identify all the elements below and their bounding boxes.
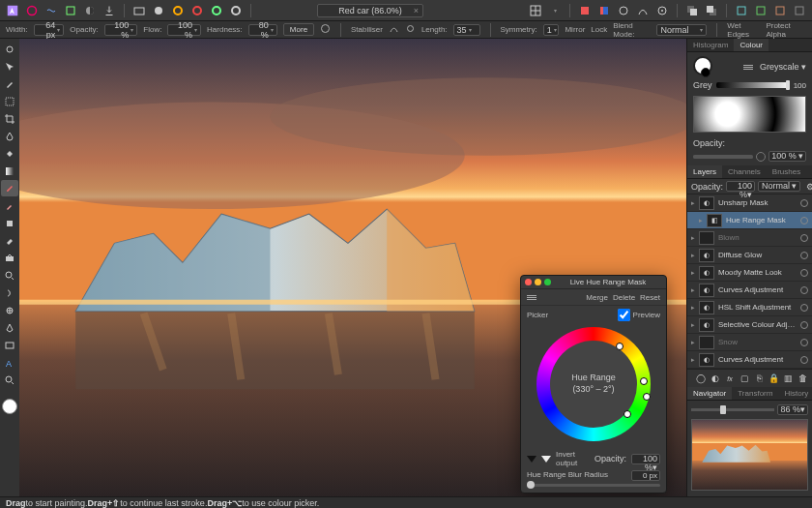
tab-history[interactable]: History xyxy=(778,387,812,400)
brush-tool-icon[interactable] xyxy=(1,180,18,196)
close-icon[interactable]: × xyxy=(414,6,419,15)
link-layer-icon[interactable]: ⎘ xyxy=(753,373,765,384)
assist-3-icon[interactable] xyxy=(615,3,632,18)
insert-icon[interactable] xyxy=(791,3,808,18)
length-value[interactable]: 35▾ xyxy=(453,24,480,36)
colour-opacity-value[interactable]: 100 % ▾ xyxy=(768,151,806,162)
blur-slider[interactable] xyxy=(527,484,660,487)
picker-tool-icon[interactable] xyxy=(1,75,18,92)
delete-layer-icon[interactable]: 🗑 xyxy=(797,373,808,384)
gear-icon[interactable]: ⚙ xyxy=(806,182,812,192)
text-tool-icon[interactable]: A xyxy=(1,354,18,371)
layer-toggle-icon[interactable]: ▸ xyxy=(691,269,695,277)
app-icon[interactable] xyxy=(4,3,21,18)
layer-row[interactable]: ▸◐Moody Matte Look xyxy=(687,264,812,282)
layer-row[interactable]: ▸◐Selective Colour Adjustment xyxy=(687,316,812,334)
visibility-toggle[interactable] xyxy=(800,234,808,242)
visibility-toggle[interactable] xyxy=(800,217,808,224)
lock-check[interactable]: Lock xyxy=(591,25,607,34)
tab-navigator[interactable]: Navigator xyxy=(687,387,732,400)
secondary-swatch[interactable] xyxy=(701,68,710,77)
width-value[interactable]: 64 px▾ xyxy=(34,24,65,36)
arrange-back-icon[interactable] xyxy=(683,3,701,18)
hardness-value[interactable]: 80 %▾ xyxy=(248,24,277,36)
minimize-window-icon[interactable] xyxy=(535,279,541,285)
flow-value[interactable]: 100 %▾ xyxy=(167,24,201,36)
open-icon[interactable] xyxy=(130,3,148,18)
document-tab[interactable]: Red car (86.0%) × xyxy=(317,4,423,17)
clone-tool-icon[interactable] xyxy=(1,250,18,266)
gradient-tool-icon[interactable] xyxy=(1,163,18,179)
persona-tone-icon[interactable] xyxy=(81,3,99,18)
layer-toggle-icon[interactable]: ▸ xyxy=(691,356,695,364)
dialog-opacity-value[interactable]: 100 %▾ xyxy=(631,454,660,464)
layer-toggle-icon[interactable]: ▸ xyxy=(691,304,695,312)
close-window-icon[interactable] xyxy=(525,279,532,285)
fx-icon[interactable]: fx xyxy=(724,373,736,384)
dodge-tool-icon[interactable] xyxy=(1,267,18,284)
crop-tool-icon[interactable] xyxy=(1,110,18,127)
assist-4-icon[interactable] xyxy=(634,3,652,18)
lock-layer-icon[interactable]: 🔒 xyxy=(768,373,779,384)
reset-button[interactable]: Reset xyxy=(640,293,660,302)
noise-icon[interactable] xyxy=(756,152,766,162)
symmetry-value[interactable]: 1▾ xyxy=(543,24,560,36)
visibility-toggle[interactable] xyxy=(800,304,808,312)
zoom-value[interactable]: 86 %▾ xyxy=(777,404,808,415)
picker-button[interactable]: Picker xyxy=(527,311,548,319)
invert-label[interactable]: Invert output xyxy=(556,450,585,467)
autocontrast-icon[interactable] xyxy=(188,3,206,18)
visibility-toggle[interactable] xyxy=(800,339,808,346)
layer-toggle-icon[interactable]: ▸ xyxy=(691,199,695,207)
assist-5-icon[interactable] xyxy=(653,3,671,18)
layer-row[interactable]: ▸Blown xyxy=(687,229,812,247)
colour-swatch[interactable] xyxy=(2,399,17,414)
hue-node-inner-2[interactable] xyxy=(643,393,651,401)
tab-layers[interactable]: Layers xyxy=(687,165,722,178)
blend-value[interactable]: Normal▾ xyxy=(656,24,707,36)
smudge-tool-icon[interactable] xyxy=(1,284,18,301)
autocolour-icon[interactable] xyxy=(208,3,225,18)
visibility-toggle[interactable] xyxy=(800,199,808,207)
layer-row[interactable]: ▸◐Unsharp Mask xyxy=(687,194,812,212)
tab-channels[interactable]: Channels xyxy=(722,165,767,178)
persona-develop-icon[interactable] xyxy=(62,3,79,18)
delete-button[interactable]: Delete xyxy=(613,293,635,302)
tint-box[interactable] xyxy=(693,96,806,133)
opacity-value[interactable]: 100 %▾ xyxy=(104,24,138,36)
persona-photo-icon[interactable] xyxy=(23,3,41,18)
link-icon[interactable] xyxy=(752,3,769,18)
pixel-tool-icon[interactable] xyxy=(1,215,18,231)
mask-icon[interactable] xyxy=(150,3,167,18)
stabiliser-window-icon[interactable] xyxy=(405,23,416,36)
output-white-icon[interactable] xyxy=(541,456,551,463)
persona-export-icon[interactable] xyxy=(101,3,118,18)
visibility-toggle[interactable] xyxy=(800,286,808,294)
tab-stock[interactable]: Stock xyxy=(806,165,812,178)
navigator-preview[interactable] xyxy=(691,419,808,491)
tab-colour[interactable]: Colour xyxy=(734,39,768,51)
layer-row[interactable]: ▸◧Hue Range Mask xyxy=(687,212,812,229)
flood-select-tool-icon[interactable] xyxy=(1,128,18,144)
merge-button[interactable]: Merge xyxy=(586,293,608,302)
autolevels-icon[interactable] xyxy=(169,3,187,18)
force-pressure-icon[interactable] xyxy=(320,23,331,36)
visibility-toggle[interactable] xyxy=(800,252,808,259)
visibility-toggle[interactable] xyxy=(800,356,808,364)
group-icon[interactable] xyxy=(733,3,750,18)
assist-1-icon[interactable] xyxy=(576,3,594,18)
erase-tool-icon[interactable] xyxy=(1,232,18,249)
layer-toggle-icon[interactable]: ▸ xyxy=(699,217,703,224)
preview-checkbox[interactable] xyxy=(618,309,630,321)
zoom-tool-icon[interactable] xyxy=(1,372,18,388)
shape-tool-icon[interactable] xyxy=(1,337,18,353)
persona-liquify-icon[interactable] xyxy=(43,3,60,18)
blur-value[interactable]: 0 px xyxy=(631,470,660,481)
layer-row[interactable]: ▸◐Curves Adjustment xyxy=(687,282,812,299)
zoom-window-icon[interactable] xyxy=(544,279,551,285)
add-layer-icon[interactable]: ▥ xyxy=(782,373,794,384)
protect-alpha-check[interactable]: Protect Alpha xyxy=(766,21,806,39)
assist-2-icon[interactable] xyxy=(595,3,613,18)
lock-icon[interactable] xyxy=(771,3,789,18)
stabiliser-rope-icon[interactable] xyxy=(389,23,399,36)
